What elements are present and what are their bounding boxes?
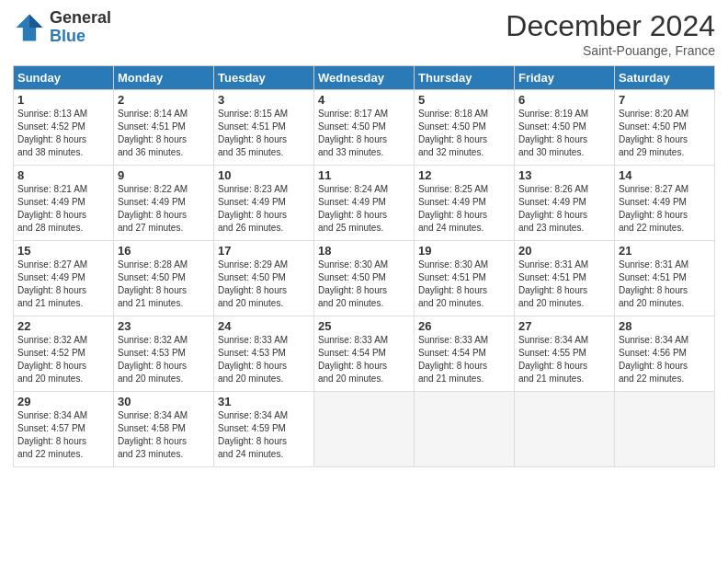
day-number: 27: [518, 319, 610, 333]
day-number: 14: [619, 168, 711, 182]
day-of-week-header: Saturday: [615, 66, 715, 90]
day-number: 6: [518, 93, 610, 107]
day-info: Sunrise: 8:19 AM Sunset: 4:50 PM Dayligh…: [518, 108, 610, 159]
calendar-day-cell: 6Sunrise: 8:19 AM Sunset: 4:50 PM Daylig…: [515, 90, 615, 166]
calendar-day-cell: 17Sunrise: 8:29 AM Sunset: 4:50 PM Dayli…: [214, 241, 314, 316]
calendar-day-cell: 4Sunrise: 8:17 AM Sunset: 4:50 PM Daylig…: [314, 90, 415, 166]
calendar-day-cell: 21Sunrise: 8:31 AM Sunset: 4:51 PM Dayli…: [615, 241, 715, 316]
logo-text: General Blue: [50, 9, 111, 46]
day-info: Sunrise: 8:31 AM Sunset: 4:51 PM Dayligh…: [619, 259, 711, 310]
calendar-day-cell: 7Sunrise: 8:20 AM Sunset: 4:50 PM Daylig…: [615, 90, 715, 166]
day-number: 3: [218, 93, 310, 107]
day-info: Sunrise: 8:24 AM Sunset: 4:49 PM Dayligh…: [318, 183, 410, 235]
location: Saint-Pouange, France: [506, 43, 715, 58]
calendar-week-row: 15Sunrise: 8:27 AM Sunset: 4:49 PM Dayli…: [14, 241, 715, 316]
day-number: 10: [218, 168, 310, 182]
day-info: Sunrise: 8:29 AM Sunset: 4:50 PM Dayligh…: [218, 259, 310, 310]
calendar-day-cell: [515, 392, 615, 467]
day-info: Sunrise: 8:34 AM Sunset: 4:58 PM Dayligh…: [118, 409, 210, 461]
day-of-week-header: Tuesday: [214, 66, 314, 90]
day-info: Sunrise: 8:34 AM Sunset: 4:56 PM Dayligh…: [619, 334, 711, 385]
page-container: General Blue December 2024 Saint-Pouange…: [0, 0, 728, 477]
day-info: Sunrise: 8:27 AM Sunset: 4:49 PM Dayligh…: [619, 183, 711, 235]
day-info: Sunrise: 8:33 AM Sunset: 4:54 PM Dayligh…: [318, 334, 410, 385]
day-info: Sunrise: 8:34 AM Sunset: 4:59 PM Dayligh…: [218, 409, 310, 461]
calendar-day-cell: 26Sunrise: 8:33 AM Sunset: 4:54 PM Dayli…: [415, 316, 515, 392]
day-of-week-header: Thursday: [415, 66, 515, 90]
day-of-week-header: Friday: [515, 66, 615, 90]
logo-blue-text: Blue: [50, 28, 111, 46]
calendar-day-cell: 2Sunrise: 8:14 AM Sunset: 4:51 PM Daylig…: [114, 90, 214, 166]
day-number: 1: [17, 93, 109, 107]
calendar-week-row: 22Sunrise: 8:32 AM Sunset: 4:52 PM Dayli…: [14, 316, 715, 392]
day-info: Sunrise: 8:17 AM Sunset: 4:50 PM Dayligh…: [318, 108, 410, 159]
day-number: 13: [518, 168, 610, 182]
day-number: 22: [17, 319, 109, 333]
day-info: Sunrise: 8:27 AM Sunset: 4:49 PM Dayligh…: [17, 259, 109, 310]
calendar-day-cell: 27Sunrise: 8:34 AM Sunset: 4:55 PM Dayli…: [515, 316, 615, 392]
day-number: 11: [318, 168, 410, 182]
day-number: 12: [418, 168, 510, 182]
calendar-day-cell: 5Sunrise: 8:18 AM Sunset: 4:50 PM Daylig…: [415, 90, 515, 166]
day-number: 24: [218, 319, 310, 333]
calendar-week-row: 1Sunrise: 8:13 AM Sunset: 4:52 PM Daylig…: [14, 90, 715, 166]
day-info: Sunrise: 8:34 AM Sunset: 4:57 PM Dayligh…: [17, 409, 109, 461]
day-number: 2: [118, 93, 210, 107]
calendar-day-cell: 28Sunrise: 8:34 AM Sunset: 4:56 PM Dayli…: [615, 316, 715, 392]
calendar-day-cell: 23Sunrise: 8:32 AM Sunset: 4:53 PM Dayli…: [114, 316, 214, 392]
day-number: 18: [318, 244, 410, 258]
day-info: Sunrise: 8:34 AM Sunset: 4:55 PM Dayligh…: [518, 334, 610, 385]
day-info: Sunrise: 8:31 AM Sunset: 4:51 PM Dayligh…: [518, 259, 610, 310]
day-number: 21: [619, 244, 711, 258]
calendar-day-cell: 25Sunrise: 8:33 AM Sunset: 4:54 PM Dayli…: [314, 316, 415, 392]
page-header: General Blue December 2024 Saint-Pouange…: [13, 9, 715, 58]
calendar-day-cell: 29Sunrise: 8:34 AM Sunset: 4:57 PM Dayli…: [14, 392, 114, 467]
calendar-day-cell: [615, 392, 715, 467]
day-number: 7: [619, 93, 711, 107]
calendar-day-cell: 18Sunrise: 8:30 AM Sunset: 4:50 PM Dayli…: [314, 241, 415, 316]
calendar-day-cell: 19Sunrise: 8:30 AM Sunset: 4:51 PM Dayli…: [415, 241, 515, 316]
day-number: 28: [619, 319, 711, 333]
day-number: 29: [17, 395, 109, 408]
logo-general: General: [50, 9, 111, 28]
calendar-day-cell: 13Sunrise: 8:26 AM Sunset: 4:49 PM Dayli…: [515, 166, 615, 241]
day-number: 4: [318, 93, 410, 107]
day-info: Sunrise: 8:25 AM Sunset: 4:49 PM Dayligh…: [418, 183, 510, 235]
calendar-day-cell: 31Sunrise: 8:34 AM Sunset: 4:59 PM Dayli…: [214, 392, 314, 467]
day-info: Sunrise: 8:30 AM Sunset: 4:50 PM Dayligh…: [318, 259, 410, 310]
day-info: Sunrise: 8:33 AM Sunset: 4:54 PM Dayligh…: [418, 334, 510, 385]
day-info: Sunrise: 8:20 AM Sunset: 4:50 PM Dayligh…: [619, 108, 711, 159]
day-info: Sunrise: 8:28 AM Sunset: 4:50 PM Dayligh…: [118, 259, 210, 310]
day-number: 9: [118, 168, 210, 182]
day-number: 5: [418, 93, 510, 107]
calendar-day-cell: 1Sunrise: 8:13 AM Sunset: 4:52 PM Daylig…: [14, 90, 114, 166]
calendar-day-cell: 24Sunrise: 8:33 AM Sunset: 4:53 PM Dayli…: [214, 316, 314, 392]
day-info: Sunrise: 8:14 AM Sunset: 4:51 PM Dayligh…: [118, 108, 210, 159]
calendar-week-row: 8Sunrise: 8:21 AM Sunset: 4:49 PM Daylig…: [14, 166, 715, 241]
day-number: 19: [418, 244, 510, 258]
calendar-day-cell: 3Sunrise: 8:15 AM Sunset: 4:51 PM Daylig…: [214, 90, 314, 166]
day-of-week-header: Sunday: [14, 66, 114, 90]
day-number: 30: [118, 395, 210, 408]
day-info: Sunrise: 8:18 AM Sunset: 4:50 PM Dayligh…: [418, 108, 510, 159]
day-info: Sunrise: 8:26 AM Sunset: 4:49 PM Dayligh…: [518, 183, 610, 235]
logo: General Blue: [13, 9, 111, 46]
day-info: Sunrise: 8:30 AM Sunset: 4:51 PM Dayligh…: [418, 259, 510, 310]
calendar-day-cell: [314, 392, 415, 467]
svg-marker-1: [29, 14, 42, 27]
day-number: 25: [318, 319, 410, 333]
day-info: Sunrise: 8:13 AM Sunset: 4:52 PM Dayligh…: [17, 108, 109, 159]
day-number: 26: [418, 319, 510, 333]
calendar-day-cell: 22Sunrise: 8:32 AM Sunset: 4:52 PM Dayli…: [14, 316, 114, 392]
day-number: 31: [218, 395, 310, 408]
day-info: Sunrise: 8:15 AM Sunset: 4:51 PM Dayligh…: [218, 108, 310, 159]
calendar-day-cell: 8Sunrise: 8:21 AM Sunset: 4:49 PM Daylig…: [14, 166, 114, 241]
title-block: December 2024 Saint-Pouange, France: [506, 9, 715, 58]
calendar-day-cell: 30Sunrise: 8:34 AM Sunset: 4:58 PM Dayli…: [114, 392, 214, 467]
day-info: Sunrise: 8:32 AM Sunset: 4:53 PM Dayligh…: [118, 334, 210, 385]
calendar-day-cell: [415, 392, 515, 467]
calendar-day-cell: 9Sunrise: 8:22 AM Sunset: 4:49 PM Daylig…: [114, 166, 214, 241]
logo-icon: [13, 11, 46, 44]
day-info: Sunrise: 8:22 AM Sunset: 4:49 PM Dayligh…: [118, 183, 210, 235]
calendar-day-cell: 14Sunrise: 8:27 AM Sunset: 4:49 PM Dayli…: [615, 166, 715, 241]
